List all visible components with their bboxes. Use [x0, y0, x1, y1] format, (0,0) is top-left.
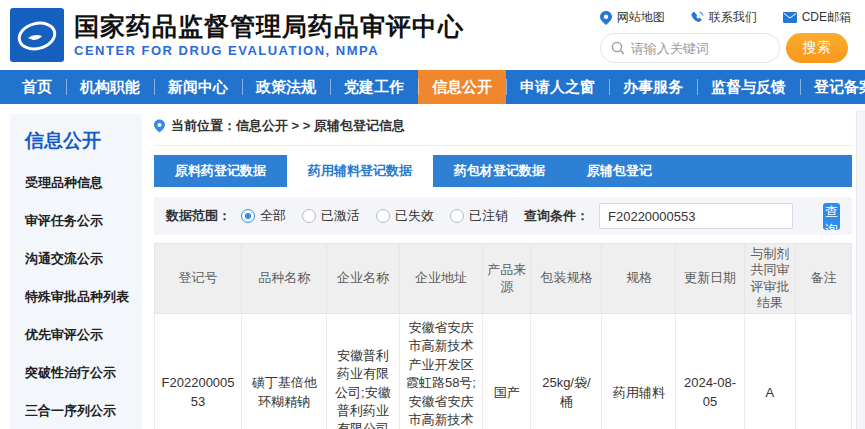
sidebar-item-review-tasks[interactable]: 审评任务公示 — [25, 212, 142, 230]
nav-item-news[interactable]: 新闻中心 — [154, 70, 242, 104]
nav-item-org[interactable]: 机构职能 — [66, 70, 154, 104]
tab-api-data[interactable]: 原料药登记数据 — [154, 155, 287, 187]
radio-all[interactable]: 全部 — [241, 207, 286, 225]
site-header: 国家药品监督管理局药品审评中心 CENTER FOR DRUG EVALUATI… — [0, 0, 865, 70]
query-button[interactable]: 查询 — [823, 203, 840, 230]
cell-company-address: 安徽省安庆市高新技术产业开发区霞虹路58号; 安徽省安庆市高新技术产业开发区霞虹… — [399, 314, 483, 429]
sidebar: 信息公开 受理品种信息 审评任务公示 沟通交流公示 特殊审批品种列表 优先审评公… — [10, 114, 142, 429]
data-tabs: 原料药登记数据 药用辅料登记数据 药包材登记数据 原辅包登记 — [154, 155, 852, 187]
col-spec: 规格 — [602, 244, 676, 314]
sidebar-item-communication[interactable]: 沟通交流公示 — [25, 250, 142, 268]
tab-packaging-data[interactable]: 药包材登记数据 — [433, 155, 566, 187]
site-title: 国家药品监督管理局药品审评中心 — [74, 12, 464, 41]
tab-excipient-data[interactable]: 药用辅料登记数据 — [287, 155, 433, 187]
main-nav: 首页 机构职能 新闻中心 政策法规 党建工作 信息公开 申请人之窗 办事服务 监… — [0, 70, 865, 104]
nav-item-registration-platform[interactable]: 登记备案平台 — [800, 70, 865, 104]
sidebar-item-accepted-varieties[interactable]: 受理品种信息 — [25, 174, 142, 192]
cell-variety-name: 磺丁基倍他环糊精钠 — [242, 314, 327, 429]
site-titles: 国家药品监督管理局药品审评中心 CENTER FOR DRUG EVALUATI… — [74, 12, 464, 59]
sidebar-item-priority-review[interactable]: 优先审评公示 — [25, 326, 142, 344]
radio-all-label: 全部 — [260, 207, 286, 225]
keyword-search-input[interactable] — [631, 41, 769, 56]
col-company-address: 企业地址 — [399, 244, 483, 314]
sidebar-title: 信息公开 — [25, 128, 142, 154]
nav-item-home[interactable]: 首页 — [8, 70, 66, 104]
map-pin-icon — [600, 11, 612, 25]
scope-label: 数据范围： — [166, 207, 231, 225]
cell-package-spec: 25kg/袋/桶 — [531, 314, 602, 429]
col-package-spec: 包装规格 — [531, 244, 602, 314]
phone-icon — [691, 11, 704, 24]
cell-company-name: 安徽普利药业有限公司;安徽普利药业有限公司 — [327, 314, 399, 429]
nav-item-supervision[interactable]: 监督与反馈 — [697, 70, 800, 104]
envelope-icon — [783, 12, 797, 23]
col-update-date: 更新日期 — [676, 244, 744, 314]
col-variety-name: 品种名称 — [242, 244, 327, 314]
sidebar-item-breakthrough-therapy[interactable]: 突破性治疗公示 — [25, 364, 142, 382]
sidebar-item-special-approval[interactable]: 特殊审批品种列表 — [25, 288, 142, 306]
site-subtitle: CENTER FOR DRUG EVALUATION, NMPA — [74, 43, 464, 58]
radio-activated[interactable]: 已激活 — [302, 207, 360, 225]
sidebar-item-three-in-one[interactable]: 三合一序列公示 — [25, 402, 142, 420]
filter-bar: 数据范围： 全部 已激活 已失效 已注销 查询条件： 查询 — [154, 197, 852, 235]
nav-item-services[interactable]: 办事服务 — [609, 70, 697, 104]
breadcrumb-text[interactable]: 当前位置：信息公开 > > 原辅包登记信息 — [171, 117, 405, 135]
nav-item-policy[interactable]: 政策法规 — [242, 70, 330, 104]
table-row: F20220000553 磺丁基倍他环糊精钠 安徽普利药业有限公司;安徽普利药业… — [155, 314, 852, 429]
contact-link[interactable]: 联系我们 — [691, 9, 757, 26]
cell-remark — [796, 314, 852, 429]
search-box — [600, 33, 780, 63]
col-product-source: 产品来源 — [483, 244, 531, 314]
radio-activated-control[interactable] — [302, 209, 316, 223]
col-remark: 备注 — [796, 244, 852, 314]
radio-cancelled[interactable]: 已注销 — [450, 207, 508, 225]
nav-item-party[interactable]: 党建工作 — [330, 70, 418, 104]
radio-cancelled-control[interactable] — [450, 209, 464, 223]
query-condition-input[interactable] — [599, 203, 793, 229]
registration-table: 登记号 品种名称 企业名称 企业地址 产品来源 包装规格 规格 更新日期 与制剂… — [154, 243, 852, 429]
mailbox-label: CDE邮箱 — [802, 9, 851, 26]
cell-spec: 药用辅料 — [602, 314, 676, 429]
radio-activated-label: 已激活 — [321, 207, 360, 225]
query-label: 查询条件： — [524, 207, 589, 225]
search-icon — [611, 41, 625, 55]
scrollbar-track[interactable] — [856, 110, 865, 429]
sitemap-link[interactable]: 网站地图 — [600, 9, 665, 26]
cell-registration-no: F20220000553 — [155, 314, 242, 429]
cde-logo[interactable] — [10, 8, 64, 62]
col-registration-no: 登记号 — [155, 244, 242, 314]
nav-item-info-disclosure[interactable]: 信息公开 — [418, 70, 506, 104]
table-header-row: 登记号 品种名称 企业名称 企业地址 产品来源 包装规格 规格 更新日期 与制剂… — [155, 244, 852, 314]
radio-expired-control[interactable] — [376, 209, 390, 223]
radio-all-control[interactable] — [241, 209, 255, 223]
mailbox-link[interactable]: CDE邮箱 — [783, 9, 851, 26]
cell-update-date: 2024-08-05 — [676, 314, 744, 429]
sitemap-label: 网站地图 — [617, 9, 665, 26]
breadcrumb: 当前位置：信息公开 > > 原辅包登记信息 — [154, 114, 852, 146]
search-button[interactable]: 搜索 — [786, 33, 848, 63]
tab-apipack-registration[interactable]: 原辅包登记 — [566, 155, 673, 187]
nav-item-applicant[interactable]: 申请人之窗 — [506, 70, 609, 104]
col-joint-review-result: 与制剂共同审评审批结果 — [744, 244, 796, 314]
cell-product-source: 国产 — [483, 314, 531, 429]
radio-expired[interactable]: 已失效 — [376, 207, 434, 225]
contact-label: 联系我们 — [709, 9, 757, 26]
col-company-name: 企业名称 — [327, 244, 399, 314]
radio-expired-label: 已失效 — [395, 207, 434, 225]
location-pin-icon — [154, 119, 165, 133]
cell-joint-review-result: A — [744, 314, 796, 429]
radio-cancelled-label: 已注销 — [469, 207, 508, 225]
